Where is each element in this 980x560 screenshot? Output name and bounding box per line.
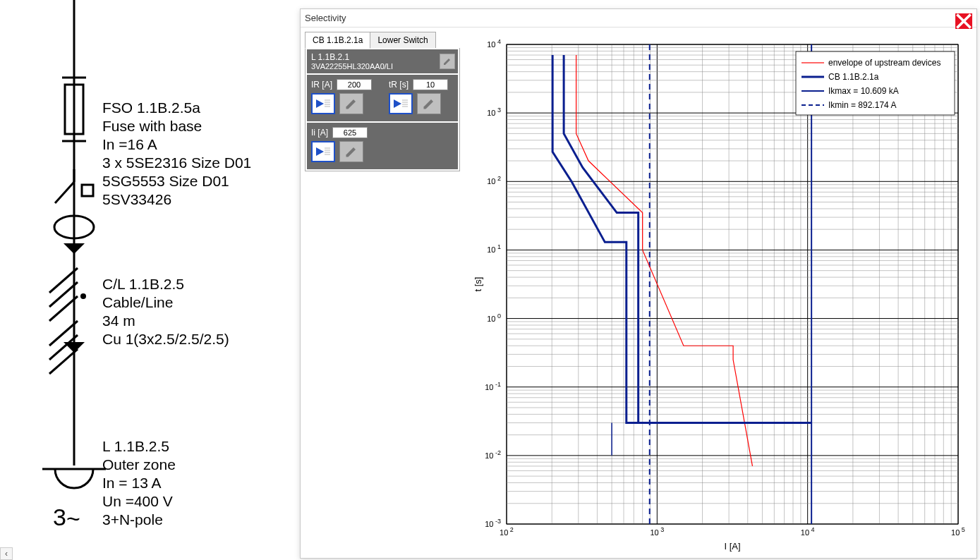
cable-type: Cable/Line: [102, 293, 173, 312]
curve-icon: [315, 97, 331, 110]
ir-edit-button[interactable]: [339, 93, 363, 114]
single-line-diagram: FSO 1.1B.2.5a Fuse with base In =16 A 3 …: [0, 0, 300, 560]
ii-curve-button[interactable]: [311, 141, 335, 162]
param-group-2: Ii [A]: [307, 123, 458, 169]
selectivity-chart: 10 210 310 410 510 -310 -210 -110 010 11…: [471, 37, 972, 552]
svg-text:envelope of upstream devices: envelope of upstream devices: [828, 58, 940, 68]
svg-text:Ikmax = 10.609 kA: Ikmax = 10.609 kA: [828, 86, 899, 96]
svg-rect-6: [82, 185, 93, 196]
load-pole: 3+N-pole: [102, 511, 163, 529]
svg-text:10 -1: 10 -1: [485, 381, 501, 391]
ii-edit-button[interactable]: [339, 141, 363, 162]
fso-line6: 5SV33426: [102, 190, 171, 209]
pencil-icon: [344, 97, 359, 110]
load-zone: Outer zone: [102, 456, 176, 474]
load-in: In = 13 A: [102, 474, 162, 492]
svg-text:CB 1.1B.2.1a: CB 1.1B.2.1a: [828, 72, 879, 82]
svg-marker-27: [394, 99, 401, 108]
close-button[interactable]: [955, 13, 972, 29]
svg-text:10 -3: 10 -3: [485, 518, 501, 528]
three-sym: 3~: [53, 502, 80, 532]
svg-text:10 2: 10 2: [487, 175, 501, 185]
fso-line5: 5SG5553 Size D01: [102, 172, 229, 190]
svg-text:10 4: 10 4: [801, 526, 815, 537]
cable-id: C/L 1.1B.2.5: [102, 275, 184, 293]
device-type: 3VA22255HL320AA0/LI: [311, 62, 454, 71]
svg-text:10 -2: 10 -2: [485, 449, 501, 460]
cable-len: 34 m: [102, 312, 135, 330]
svg-marker-22: [316, 99, 324, 108]
load-id: L 1.1B.2.5: [102, 437, 169, 456]
ii-label: Ii [A]: [311, 128, 328, 138]
svg-rect-37: [507, 44, 958, 524]
close-icon: [955, 13, 972, 30]
device-row: L 1.1B.2.1 3VA22255HL320AA0/LI: [307, 49, 458, 73]
svg-text:10 2: 10 2: [500, 526, 514, 537]
svg-marker-32: [316, 147, 324, 156]
device-edit-button[interactable]: [440, 54, 455, 69]
svg-marker-10: [63, 243, 85, 254]
tr-curve-button[interactable]: [389, 93, 413, 114]
device-id: L 1.1B.2.1: [311, 52, 454, 62]
tab-lower-switch[interactable]: Lower Switch: [370, 32, 435, 49]
param-ir: IR [A]: [311, 79, 372, 114]
svg-text:10 5: 10 5: [951, 526, 965, 537]
ir-input[interactable]: [337, 79, 372, 90]
param-ii: Ii [A]: [311, 127, 368, 162]
ir-curve-button[interactable]: [311, 93, 335, 114]
settings-box: L 1.1B.2.1 3VA22255HL320AA0/LI IR [A]: [305, 48, 460, 171]
curve-icon: [393, 97, 409, 110]
tr-edit-button[interactable]: [417, 93, 441, 114]
svg-text:10 1: 10 1: [487, 243, 501, 254]
svg-text:10 4: 10 4: [487, 38, 501, 49]
svg-text:10 3: 10 3: [650, 526, 664, 537]
scroll-left-icon[interactable]: ‹: [0, 547, 13, 560]
svg-text:10 0: 10 0: [487, 312, 501, 323]
svg-marker-18: [63, 342, 85, 353]
pencil-icon: [443, 57, 452, 66]
pencil-icon: [421, 97, 437, 110]
param-group-1: IR [A] tR [s]: [307, 75, 458, 121]
fso-id: FSO 1.1B.2.5a: [102, 99, 200, 117]
pencil-icon: [344, 145, 359, 158]
svg-text:t [s]: t [s]: [473, 277, 483, 292]
fso-line4: 3 x 5SE2316 Size D01: [102, 154, 251, 172]
panel-title: Selectivity: [301, 9, 976, 28]
load-un: Un =400 V: [102, 492, 173, 511]
svg-line-7: [55, 182, 74, 203]
curve-icon: [315, 145, 331, 158]
tr-input[interactable]: [413, 79, 448, 90]
fso-in: In =16 A: [102, 135, 157, 154]
tr-label: tR [s]: [389, 80, 409, 90]
ir-label: IR [A]: [311, 80, 332, 90]
selectivity-panel: Selectivity CB 1.1B.2.1a Lower Switch L …: [300, 8, 977, 559]
ii-input[interactable]: [332, 127, 368, 138]
tab-cb[interactable]: CB 1.1B.2.1a: [305, 32, 370, 49]
svg-text:Ikmin = 892.174 A: Ikmin = 892.174 A: [828, 100, 896, 110]
cable-spec: Cu 1(3x2.5/2.5/2.5): [102, 330, 229, 348]
svg-text:I [A]: I [A]: [724, 541, 740, 552]
fso-type: Fuse with base: [102, 117, 202, 135]
svg-point-14: [80, 293, 86, 299]
svg-text:10 3: 10 3: [487, 106, 501, 117]
param-tr: tR [s]: [389, 79, 448, 114]
